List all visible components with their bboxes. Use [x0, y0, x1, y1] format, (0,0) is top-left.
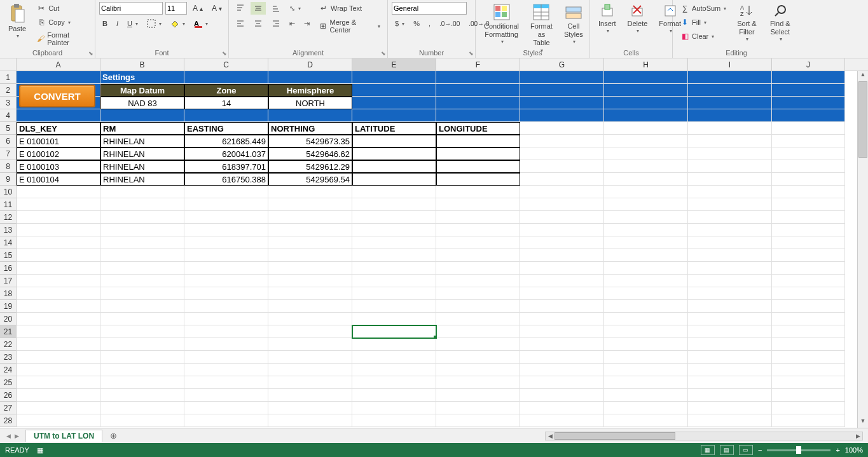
cell[interactable] [688, 389, 772, 402]
insert-button[interactable]: Insert▾ [594, 1, 621, 36]
cell[interactable] [520, 97, 604, 109]
cell[interactable] [100, 275, 184, 287]
table-cell[interactable]: 616750.388 [184, 173, 268, 186]
cell[interactable] [436, 325, 520, 338]
increase-indent-button[interactable]: ⇥ [301, 18, 313, 30]
cell[interactable] [184, 186, 268, 198]
column-header-B[interactable]: B [100, 58, 184, 71]
launcher-icon[interactable]: ⬊ [381, 50, 386, 57]
cell[interactable] [100, 300, 184, 313]
macro-record-icon[interactable]: ▦ [37, 446, 43, 454]
cell[interactable] [604, 313, 688, 325]
cell[interactable] [184, 224, 268, 236]
cell[interactable] [17, 71, 100, 84]
fill-color-button[interactable]: ▾ [167, 17, 188, 30]
cell[interactable] [520, 160, 604, 173]
cell[interactable] [17, 287, 100, 300]
clear-button[interactable]: ◧Clear▾ [677, 29, 729, 43]
cell[interactable] [520, 364, 604, 376]
cell[interactable] [436, 287, 520, 300]
find-select-button[interactable]: Find & Select▾ [764, 1, 796, 44]
cell[interactable] [268, 325, 352, 338]
column-header-C[interactable]: C [184, 58, 268, 71]
settings-value[interactable]: NAD 83 [100, 97, 184, 109]
cell[interactable] [520, 84, 604, 97]
cell[interactable] [17, 109, 100, 122]
decrease-font-button[interactable]: A▾ [209, 2, 225, 15]
launcher-icon[interactable]: ⬊ [88, 50, 93, 57]
cell[interactable] [604, 160, 688, 173]
zoom-thumb[interactable] [796, 446, 801, 454]
row-header[interactable]: 25 [0, 376, 17, 389]
increase-font-button[interactable]: A▴ [189, 2, 206, 15]
fill-button[interactable]: ⬇Fill▾ [677, 15, 729, 29]
cell[interactable] [352, 262, 436, 275]
cell[interactable] [100, 198, 184, 211]
cell[interactable] [17, 249, 100, 262]
cell[interactable] [184, 249, 268, 262]
font-family-input[interactable] [99, 2, 163, 15]
align-top-button[interactable] [233, 2, 248, 15]
column-header-H[interactable]: H [604, 58, 688, 71]
table-cell[interactable]: RHINELAN [100, 173, 184, 186]
conditional-formatting-button[interactable]: Conditional Formatting▾ [479, 1, 523, 46]
cell[interactable] [772, 147, 845, 160]
row-header[interactable]: 15 [0, 249, 17, 262]
cell[interactable] [100, 351, 184, 364]
cell[interactable] [184, 71, 268, 84]
row-header[interactable]: 8 [0, 160, 17, 173]
merge-center-button[interactable]: ⊞ Merge & Center ▾ [315, 17, 383, 36]
cell[interactable] [520, 186, 604, 198]
cell[interactable] [604, 198, 688, 211]
cell[interactable] [772, 186, 845, 198]
cell[interactable] [352, 71, 436, 84]
cell[interactable] [17, 364, 100, 376]
cell[interactable] [772, 160, 845, 173]
autosum-button[interactable]: ∑AutoSum▾ [677, 1, 729, 15]
cell[interactable] [268, 338, 352, 351]
cell[interactable] [520, 236, 604, 249]
cell[interactable] [100, 287, 184, 300]
column-header-I[interactable]: I [688, 58, 772, 71]
selected-cell[interactable] [352, 325, 436, 338]
cell[interactable] [520, 414, 604, 427]
align-center-button[interactable] [251, 17, 266, 30]
row-header[interactable]: 24 [0, 364, 17, 376]
cell[interactable] [436, 402, 520, 414]
cell[interactable] [268, 287, 352, 300]
percent-button[interactable]: % [410, 18, 423, 29]
cell[interactable] [17, 414, 100, 427]
row-header[interactable]: 28 [0, 414, 17, 427]
cell[interactable] [688, 313, 772, 325]
cell[interactable] [604, 109, 688, 122]
row-header[interactable]: 10 [0, 186, 17, 198]
settings-header[interactable]: Map Datum [100, 84, 184, 97]
cell[interactable] [604, 338, 688, 351]
cell[interactable] [268, 414, 352, 427]
cell[interactable] [520, 275, 604, 287]
cell[interactable] [436, 109, 520, 122]
align-right-button[interactable] [268, 17, 284, 30]
cell[interactable] [436, 300, 520, 313]
cell[interactable] [100, 262, 184, 275]
cell[interactable] [688, 338, 772, 351]
cell[interactable] [17, 325, 100, 338]
cell[interactable] [268, 313, 352, 325]
cell[interactable] [352, 300, 436, 313]
cell[interactable] [184, 262, 268, 275]
cell[interactable] [17, 300, 100, 313]
cell[interactable] [17, 376, 100, 389]
cell[interactable] [17, 198, 100, 211]
cell[interactable] [520, 173, 604, 186]
cell[interactable] [352, 389, 436, 402]
cell[interactable] [184, 109, 268, 122]
cell[interactable] [268, 402, 352, 414]
align-bottom-button[interactable] [268, 2, 284, 15]
cell[interactable] [520, 313, 604, 325]
cell[interactable] [604, 211, 688, 224]
cell[interactable] [604, 135, 688, 147]
cell[interactable] [352, 97, 436, 109]
cell[interactable] [184, 376, 268, 389]
cell[interactable] [436, 389, 520, 402]
table-cell[interactable]: 620041.037 [184, 147, 268, 160]
